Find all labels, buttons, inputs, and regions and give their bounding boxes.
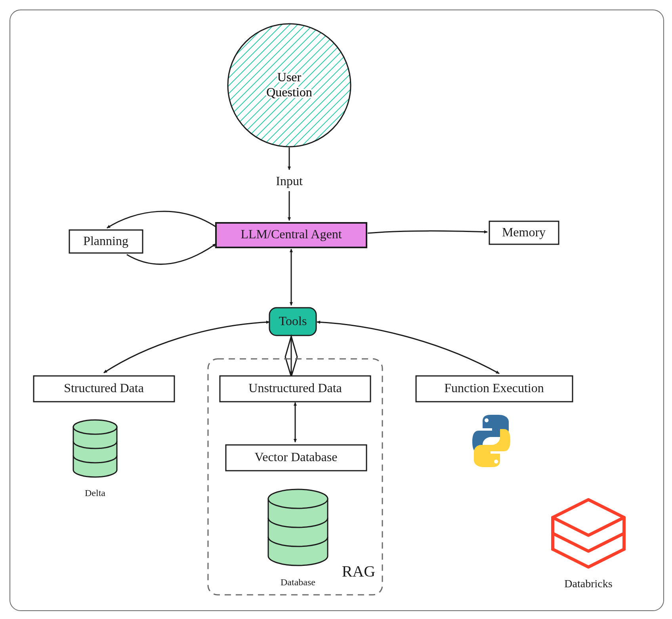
memory-node: Memory	[489, 221, 559, 244]
databricks-logo-icon	[553, 500, 624, 567]
svg-text:User: User	[277, 70, 302, 84]
arrow-tools-function	[317, 322, 499, 374]
svg-point-17	[494, 460, 498, 464]
structured-data-node: Structured Data	[34, 376, 174, 402]
unstructured-data-node: Unstructured Data	[220, 376, 370, 402]
arrow-agent-memory	[368, 231, 487, 233]
vector-database-node: Vector Database	[226, 445, 367, 471]
python-logo-icon	[472, 415, 510, 467]
svg-point-16	[485, 418, 489, 422]
delta-database-icon	[73, 420, 117, 477]
svg-point-18	[73, 420, 117, 434]
svg-point-21	[268, 489, 328, 508]
vector-database-label: Vector Database	[255, 450, 338, 464]
databricks-label: Databricks	[564, 577, 612, 590]
arrow-tools-unstructured	[285, 336, 297, 377]
function-execution-label: Function Execution	[444, 381, 544, 395]
function-execution-node: Function Execution	[416, 376, 573, 402]
planning-node: Planning	[69, 230, 143, 253]
input-label: Input	[276, 174, 303, 188]
memory-label: Memory	[502, 225, 546, 239]
arrow-input: Input	[276, 148, 303, 220]
rag-database-icon	[268, 489, 328, 565]
rag-label: RAG	[342, 562, 375, 580]
unstructured-data-label: Unstructured Data	[248, 381, 342, 395]
svg-text:Question: Question	[266, 85, 312, 99]
structured-data-label: Structured Data	[64, 381, 144, 395]
database-label: Database	[281, 577, 315, 587]
tools-node: Tools	[269, 308, 316, 335]
arrow-tools-structured	[104, 322, 269, 373]
planning-label: Planning	[83, 234, 128, 248]
central-agent-label: LLM/Central Agent	[241, 227, 342, 241]
central-agent-node: LLM/Central Agent	[216, 223, 367, 247]
tools-label: Tools	[279, 314, 307, 328]
delta-label: Delta	[85, 488, 105, 498]
architecture-diagram: User Question Input LLM/Central Agent Pl…	[0, 0, 672, 619]
